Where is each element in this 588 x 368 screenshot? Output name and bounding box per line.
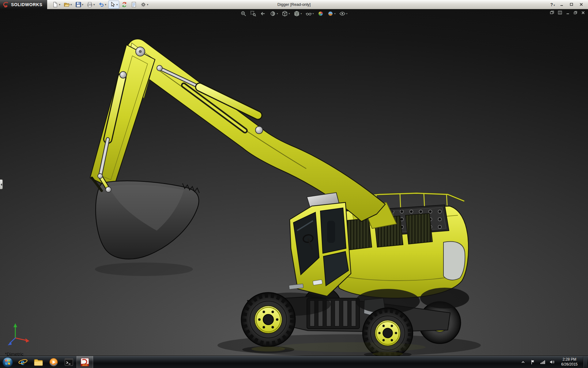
view-orientation-cube-icon bbox=[282, 11, 288, 17]
main-toolbar bbox=[51, 1, 149, 9]
options-gear-icon bbox=[140, 2, 146, 8]
featuremanager-collapsed-tab[interactable] bbox=[0, 179, 3, 189]
cab[interactable] bbox=[289, 193, 351, 296]
zoom-to-area-button[interactable] bbox=[249, 10, 257, 17]
view-orientation-label: *Dimetric bbox=[5, 351, 24, 356]
undo-icon bbox=[98, 2, 104, 8]
network-icon[interactable] bbox=[539, 356, 546, 368]
view-settings-button[interactable] bbox=[339, 10, 349, 17]
flag-icon bbox=[530, 360, 535, 365]
apply-scene-button[interactable] bbox=[327, 10, 337, 17]
save-button[interactable] bbox=[74, 1, 85, 9]
network-bars-icon bbox=[540, 360, 545, 364]
excavator-model[interactable] bbox=[0, 9, 588, 356]
select-cursor-icon bbox=[110, 2, 116, 8]
previous-view-button[interactable] bbox=[259, 10, 267, 17]
file-properties-button[interactable] bbox=[130, 1, 138, 9]
glasses-icon bbox=[306, 11, 312, 17]
zoom-to-fit-button[interactable] bbox=[239, 10, 247, 17]
front-left-wheel bbox=[241, 293, 295, 347]
doc-split-window-button[interactable] bbox=[558, 11, 562, 14]
print-icon bbox=[87, 2, 93, 8]
doc-close-button[interactable] bbox=[581, 11, 585, 14]
help-button[interactable]: ? bbox=[550, 2, 555, 7]
minimize-button[interactable] bbox=[559, 2, 565, 8]
app-titlebar: SOLIDWORKS bbox=[0, 0, 588, 9]
system-tray: 2:28 PM 6/26/2015 bbox=[520, 356, 588, 368]
doc-restore-button[interactable] bbox=[574, 11, 577, 14]
taskbar-item-solidworks[interactable]: 2015 bbox=[77, 356, 93, 368]
speaker-icon bbox=[550, 360, 555, 364]
maximize-icon bbox=[570, 3, 573, 6]
open-folder-icon bbox=[64, 2, 70, 8]
doc-close-icon bbox=[581, 11, 585, 14]
internet-explorer-icon: e bbox=[18, 358, 28, 367]
taskbar-item-command-prompt[interactable] bbox=[61, 356, 77, 368]
windows-start-orb-icon bbox=[2, 357, 13, 368]
dassault-3ds-logo-icon bbox=[2, 1, 9, 8]
section-view-button[interactable] bbox=[269, 10, 279, 17]
doc-minimize-icon bbox=[566, 11, 570, 14]
new-document-icon bbox=[52, 2, 58, 8]
close-icon bbox=[579, 3, 583, 6]
edit-appearance-button[interactable] bbox=[317, 10, 325, 17]
taskbar-item-windows-explorer[interactable] bbox=[31, 356, 46, 368]
logo-text: SOLIDWORKS bbox=[11, 2, 42, 7]
hidden-icons-button[interactable] bbox=[520, 356, 526, 368]
start-button[interactable] bbox=[0, 356, 15, 368]
command-prompt-icon bbox=[64, 358, 74, 366]
rebuild-icon bbox=[121, 2, 127, 8]
taskbar-clock[interactable]: 2:28 PM 6/26/2015 bbox=[559, 357, 580, 367]
file-properties-icon bbox=[131, 2, 137, 8]
close-button[interactable] bbox=[578, 2, 584, 8]
heads-up-view-toolbar bbox=[239, 10, 348, 18]
window-controls: ? bbox=[550, 2, 588, 8]
view-orientation-button[interactable] bbox=[281, 10, 291, 17]
taskbar-item-internet-explorer[interactable]: e bbox=[15, 356, 31, 368]
display-style-button[interactable] bbox=[293, 10, 303, 17]
show-desktop-button[interactable] bbox=[583, 356, 587, 368]
open-button[interactable] bbox=[62, 1, 73, 9]
apply-scene-ball-icon bbox=[328, 11, 334, 17]
view-settings-eye-icon bbox=[340, 11, 345, 17]
print-button[interactable] bbox=[85, 1, 96, 9]
split-window-icon bbox=[558, 11, 562, 14]
taskbar-item-media-player[interactable] bbox=[46, 356, 61, 368]
taskbar: e bbox=[0, 356, 588, 368]
new-window-icon bbox=[550, 11, 554, 14]
orientation-triad bbox=[8, 323, 29, 345]
chevron-up-icon bbox=[521, 361, 525, 364]
volume-icon[interactable] bbox=[549, 356, 556, 368]
clock-time: 2:28 PM bbox=[561, 357, 578, 362]
previous-view-icon bbox=[260, 11, 266, 17]
new-button[interactable] bbox=[51, 1, 62, 9]
zoom-to-fit-icon bbox=[240, 11, 246, 17]
svg-text:2015: 2015 bbox=[82, 364, 88, 366]
minimize-icon bbox=[560, 3, 564, 6]
folder-icon bbox=[34, 358, 43, 366]
action-center-icon[interactable] bbox=[530, 356, 536, 368]
solidworks-logo: SOLIDWORKS bbox=[0, 0, 47, 9]
media-player-icon bbox=[49, 358, 58, 367]
save-icon bbox=[75, 2, 81, 8]
undo-button[interactable] bbox=[97, 1, 108, 9]
graphics-area[interactable]: *Dimetric bbox=[0, 9, 588, 356]
clock-date: 6/26/2015 bbox=[561, 362, 578, 367]
zoom-to-area-icon bbox=[250, 11, 256, 17]
select-tool-button[interactable] bbox=[108, 1, 119, 9]
svg-text:e: e bbox=[21, 358, 24, 367]
rebuild-button[interactable] bbox=[120, 1, 129, 9]
document-window-controls bbox=[550, 11, 585, 14]
hide-show-items-button[interactable] bbox=[305, 10, 315, 17]
edit-appearance-ball-icon bbox=[318, 11, 324, 17]
display-style-icon bbox=[294, 11, 300, 17]
bucket[interactable] bbox=[92, 174, 199, 259]
section-view-icon bbox=[270, 11, 276, 17]
doc-new-window-button[interactable] bbox=[550, 11, 554, 14]
doc-minimize-button[interactable] bbox=[566, 11, 570, 14]
maximize-button[interactable] bbox=[568, 2, 575, 8]
doc-restore-icon bbox=[574, 11, 577, 14]
solidworks-app-icon: 2015 bbox=[80, 358, 89, 367]
options-button[interactable] bbox=[139, 1, 150, 9]
